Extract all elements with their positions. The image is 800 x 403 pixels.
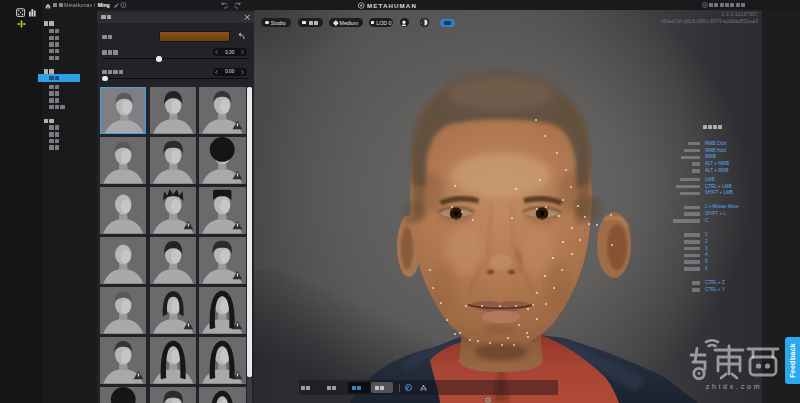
svg-text:zhidx.com: zhidx.com xyxy=(706,383,763,390)
